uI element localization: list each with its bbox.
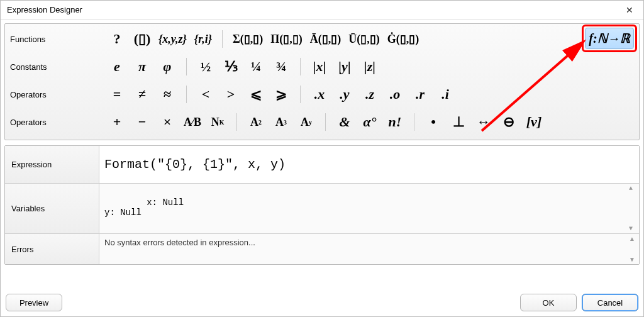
op-perp-button[interactable]: ⊥	[446, 111, 471, 133]
ok-button[interactable]: OK	[520, 294, 577, 311]
toolbar-panel: Functions ? (▯) {x,y,z} {r,i} Σ(▯,▯) Π(▯…	[4, 23, 640, 140]
functions-items: ? (▯) {x,y,z} {r,i} Σ(▯,▯) Π(▯,▯) Ā(▯,▯)…	[104, 28, 423, 50]
expression-designer-window: Expression Designer ✕ Functions ? (▯) {x…	[0, 0, 644, 317]
constants-label: Constants	[10, 62, 104, 72]
separator	[236, 113, 237, 131]
operators2-items: + − × A⁄B NK A2 A3 Ay & α°	[104, 111, 547, 133]
window-title: Expression Designer	[7, 5, 82, 14]
op-n-sub-k-button[interactable]: NK	[205, 111, 230, 133]
op-dot-r-button[interactable]: .r	[408, 83, 433, 106]
const-three-quarter-button[interactable]: ¾	[269, 55, 294, 78]
op-circle-minus-button[interactable]: ⊖	[496, 111, 521, 133]
op-arrow-lr-button[interactable]: ↔	[471, 111, 496, 133]
const-e-button[interactable]: e	[104, 55, 130, 78]
const-half-button[interactable]: ½	[193, 55, 218, 78]
scroll-down-icon[interactable]: ▼	[629, 256, 638, 263]
op-plus-button[interactable]: +	[104, 111, 130, 133]
errors-label: Errors	[5, 234, 99, 264]
gdot-button[interactable]: Ġ(▯,▯)	[384, 28, 423, 50]
op-bracket-v-button[interactable]: [v]	[521, 111, 547, 133]
expression-label: Expression	[5, 146, 99, 183]
scroll-up-icon[interactable]: ▲	[629, 235, 638, 242]
errors-row: Errors No syntax errors detected in expr…	[5, 234, 639, 264]
op-lt-button[interactable]: <	[193, 83, 218, 106]
constants-items: e π φ ½ ⅓ ¼ ¾ |x| |y| |z|	[104, 55, 382, 78]
close-icon: ✕	[626, 5, 633, 15]
scroll-up-icon[interactable]: ▲	[629, 185, 638, 192]
titlebar: Expression Designer ✕	[1, 1, 643, 19]
variables-label: Variables	[5, 184, 99, 233]
op-dot-x-button[interactable]: .x	[307, 83, 332, 106]
op-ampersand-button[interactable]: &	[332, 111, 357, 133]
op-dot-y-button[interactable]: .y	[332, 83, 357, 106]
op-dot-button[interactable]: •	[421, 111, 446, 133]
op-le-button[interactable]: ⩽	[243, 83, 269, 106]
separator	[414, 113, 414, 131]
op-dot-o-button[interactable]: .o	[382, 83, 408, 106]
scroll-down-icon[interactable]: ▼	[629, 225, 638, 232]
op-a-pow-y-button[interactable]: Ay	[294, 111, 319, 133]
separator	[325, 113, 326, 131]
cancel-button[interactable]: Cancel	[582, 294, 638, 311]
abar-button[interactable]: Ā(▯,▯)	[306, 28, 345, 50]
variables-value: x: Null y: Null ▲ ▼	[99, 184, 639, 233]
expression-input[interactable]: Format("{0}, {1}", x, y)	[99, 146, 639, 183]
fields-panel: Expression Format("{0}, {1}", x, y) Vari…	[4, 145, 640, 265]
op-eq-button[interactable]: =	[104, 83, 130, 106]
close-button[interactable]: ✕	[619, 3, 640, 18]
separator	[222, 30, 223, 48]
op-neq-button[interactable]: ≠	[130, 83, 155, 106]
ubar-button[interactable]: Ū(▯,▯)	[345, 28, 384, 50]
preview-button[interactable]: Preview	[6, 294, 62, 311]
op-factorial-button[interactable]: n!	[382, 111, 408, 133]
op-a-over-b-button[interactable]: A⁄B	[180, 111, 205, 133]
const-pi-button[interactable]: π	[130, 55, 155, 78]
operators1-label: Operators	[10, 90, 104, 99]
operators1-items: = ≠ ≈ < > ⩽ ⩾ .x .y .z .o .r .i	[104, 83, 458, 106]
abs-y-button[interactable]: |y|	[332, 55, 357, 78]
set-ri-button[interactable]: {r,i}	[191, 28, 216, 50]
separator	[300, 58, 301, 75]
function-map-button[interactable]: f:ℕ→ℝ	[585, 28, 634, 49]
op-ge-button[interactable]: ⩾	[269, 83, 294, 106]
sigma-button[interactable]: Σ(▯,▯)	[229, 28, 267, 50]
constants-row: Constants e π φ ½ ⅓ ¼ ¾ |x| |y| |z|	[10, 53, 634, 81]
separator	[186, 86, 187, 103]
op-times-button[interactable]: ×	[155, 111, 180, 133]
functions-label: Functions	[10, 35, 104, 44]
variables-row: Variables x: Null y: Null ▲ ▼	[5, 184, 639, 234]
errors-value: No syntax errors detected in expression.…	[99, 234, 639, 264]
parens-button[interactable]: (▯)	[130, 28, 155, 50]
operators-row-1: Operators = ≠ ≈ < > ⩽ ⩾ .x .y .z .o .r .…	[10, 81, 634, 108]
pi-button[interactable]: Π(▯,▯)	[267, 28, 306, 50]
operators2-label: Operators	[10, 118, 104, 127]
operators-row-2: Operators + − × A⁄B NK A2 A3 Ay	[10, 108, 634, 136]
op-a-squared-button[interactable]: A2	[243, 111, 269, 133]
expression-row: Expression Format("{0}, {1}", x, y)	[5, 146, 639, 184]
op-a-cubed-button[interactable]: A3	[269, 111, 294, 133]
const-phi-button[interactable]: φ	[155, 55, 180, 78]
set-xyz-button[interactable]: {x,y,z}	[155, 28, 191, 50]
op-dot-z-button[interactable]: .z	[357, 83, 382, 106]
abs-z-button[interactable]: |z|	[357, 55, 382, 78]
separator	[186, 58, 187, 75]
separator	[300, 86, 301, 103]
op-alpha-deg-button[interactable]: α°	[357, 111, 382, 133]
op-dot-i-button[interactable]: .i	[433, 83, 458, 106]
footer: Preview OK Cancel	[1, 289, 643, 316]
op-minus-button[interactable]: −	[130, 111, 155, 133]
const-quarter-button[interactable]: ¼	[243, 55, 269, 78]
help-button[interactable]: ?	[104, 28, 130, 50]
functions-row: Functions ? (▯) {x,y,z} {r,i} Σ(▯,▯) Π(▯…	[10, 25, 634, 53]
const-third-button[interactable]: ⅓	[218, 55, 243, 78]
op-approx-button[interactable]: ≈	[155, 83, 180, 106]
op-gt-button[interactable]: >	[218, 83, 243, 106]
abs-x-button[interactable]: |x|	[307, 55, 332, 78]
